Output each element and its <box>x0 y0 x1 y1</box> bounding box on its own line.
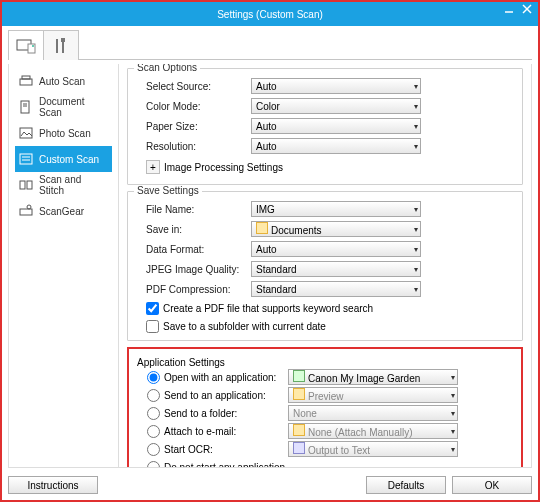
sidebar-label: Document Scan <box>39 96 108 118</box>
combo-pdf-compression[interactable]: Standard▾ <box>251 281 421 297</box>
svg-rect-4 <box>28 44 35 53</box>
minimize-button[interactable] <box>504 4 514 14</box>
sidebar-label: ScanGear <box>39 206 84 217</box>
combo-send-app[interactable]: Preview▾ <box>288 387 458 403</box>
ok-button[interactable]: OK <box>452 476 532 494</box>
stitch-icon <box>19 178 33 192</box>
app-icon <box>293 370 305 382</box>
chevron-down-icon: ▾ <box>414 285 418 294</box>
sidebar-item-scangear[interactable]: ScanGear <box>15 198 112 224</box>
combo-start-ocr[interactable]: Output to Text▾ <box>288 441 458 457</box>
svg-point-5 <box>32 45 34 47</box>
label-pdf-keyword: Create a PDF file that supports keyword … <box>163 303 373 314</box>
footer: Instructions Defaults OK <box>8 472 532 494</box>
group-application-settings: Application Settings Open with an applic… <box>127 347 523 467</box>
chevron-down-icon: ▾ <box>414 245 418 254</box>
checkbox-subfolder[interactable] <box>146 320 159 333</box>
ocr-icon <box>293 442 305 454</box>
chevron-down-icon: ▾ <box>451 409 455 418</box>
document-scan-icon <box>19 100 33 114</box>
svg-rect-14 <box>20 128 32 138</box>
chevron-down-icon: ▾ <box>414 102 418 111</box>
chevron-down-icon: ▾ <box>414 142 418 151</box>
chevron-down-icon: ▾ <box>414 122 418 131</box>
main-panel: Scan Options Select Source:Auto▾ Color M… <box>119 64 531 467</box>
combo-attach-email[interactable]: None (Attach Manually)▾ <box>288 423 458 439</box>
svg-rect-19 <box>27 181 32 189</box>
tab-scan[interactable] <box>8 30 44 60</box>
label-color-mode: Color Mode: <box>136 101 251 112</box>
checkbox-pdf-keyword[interactable] <box>146 302 159 315</box>
folder-icon <box>293 424 305 436</box>
label-subfolder: Save to a subfolder with current date <box>163 321 326 332</box>
tab-tools[interactable] <box>43 30 79 60</box>
combo-file-name[interactable]: IMG▾ <box>251 201 421 217</box>
label-send-app: Send to an application: <box>164 390 284 401</box>
radio-send-app[interactable] <box>147 389 160 402</box>
title-bar: Settings (Custom Scan) <box>2 2 538 26</box>
svg-rect-10 <box>22 76 30 79</box>
monitor-scan-icon <box>16 38 36 54</box>
chevron-down-icon: ▾ <box>451 445 455 454</box>
instructions-button[interactable]: Instructions <box>8 476 98 494</box>
sidebar-item-custom-scan[interactable]: Custom Scan <box>15 146 112 172</box>
window-title: Settings (Custom Scan) <box>217 9 323 20</box>
chevron-down-icon: ▾ <box>414 225 418 234</box>
radio-send-folder[interactable] <box>147 407 160 420</box>
combo-select-source[interactable]: Auto▾ <box>251 78 421 94</box>
legend-save-settings: Save Settings <box>134 185 202 196</box>
label-jpeg-quality: JPEG Image Quality: <box>136 264 251 275</box>
expand-button[interactable]: + <box>146 160 160 174</box>
svg-rect-11 <box>21 101 29 113</box>
chevron-down-icon: ▾ <box>451 427 455 436</box>
sidebar-item-scan-stitch[interactable]: Scan and Stitch <box>15 172 112 198</box>
label-start-ocr: Start OCR: <box>164 444 284 455</box>
svg-rect-20 <box>20 209 32 215</box>
label-file-name: File Name: <box>136 204 251 215</box>
sidebar: Auto Scan Document Scan Photo Scan Custo… <box>9 64 119 467</box>
sidebar-label: Custom Scan <box>39 154 99 165</box>
chevron-down-icon: ▾ <box>414 82 418 91</box>
label-pdf-compression: PDF Compression: <box>136 284 251 295</box>
radio-do-not-start[interactable] <box>147 461 160 468</box>
label-resolution: Resolution: <box>136 141 251 152</box>
auto-scan-icon <box>19 74 33 88</box>
svg-rect-6 <box>56 39 58 53</box>
radio-start-ocr[interactable] <box>147 443 160 456</box>
scangear-icon <box>19 204 33 218</box>
sidebar-label: Auto Scan <box>39 76 85 87</box>
close-button[interactable] <box>522 4 532 14</box>
combo-resolution[interactable]: Auto▾ <box>251 138 421 154</box>
sidebar-label: Scan and Stitch <box>39 174 108 196</box>
label-select-source: Select Source: <box>136 81 251 92</box>
combo-save-in[interactable]: Documents▾ <box>251 221 421 237</box>
radio-open-app[interactable] <box>147 371 160 384</box>
svg-rect-9 <box>20 79 32 85</box>
radio-attach-email[interactable] <box>147 425 160 438</box>
svg-point-21 <box>27 205 31 209</box>
combo-data-format[interactable]: Auto▾ <box>251 241 421 257</box>
tools-icon <box>52 37 70 55</box>
chevron-down-icon: ▾ <box>451 391 455 400</box>
folder-icon <box>256 222 268 234</box>
chevron-down-icon: ▾ <box>414 265 418 274</box>
sidebar-item-auto-scan[interactable]: Auto Scan <box>15 68 112 94</box>
combo-color-mode[interactable]: Color▾ <box>251 98 421 114</box>
label-attach-email: Attach to e-mail: <box>164 426 284 437</box>
combo-jpeg-quality[interactable]: Standard▾ <box>251 261 421 277</box>
label-send-folder: Send to a folder: <box>164 408 284 419</box>
svg-rect-18 <box>20 181 25 189</box>
label-image-processing: Image Processing Settings <box>164 162 283 173</box>
defaults-button[interactable]: Defaults <box>366 476 446 494</box>
chevron-down-icon: ▾ <box>414 205 418 214</box>
combo-open-app[interactable]: Canon My Image Garden▾ <box>288 369 458 385</box>
label-data-format: Data Format: <box>136 244 251 255</box>
svg-rect-15 <box>20 154 32 164</box>
sidebar-item-photo-scan[interactable]: Photo Scan <box>15 120 112 146</box>
svg-rect-8 <box>61 38 65 42</box>
combo-paper-size[interactable]: Auto▾ <box>251 118 421 134</box>
group-scan-options: Scan Options Select Source:Auto▾ Color M… <box>127 68 523 185</box>
sidebar-item-document-scan[interactable]: Document Scan <box>15 94 112 120</box>
custom-scan-icon <box>19 152 33 166</box>
combo-send-folder[interactable]: None▾ <box>288 405 458 421</box>
